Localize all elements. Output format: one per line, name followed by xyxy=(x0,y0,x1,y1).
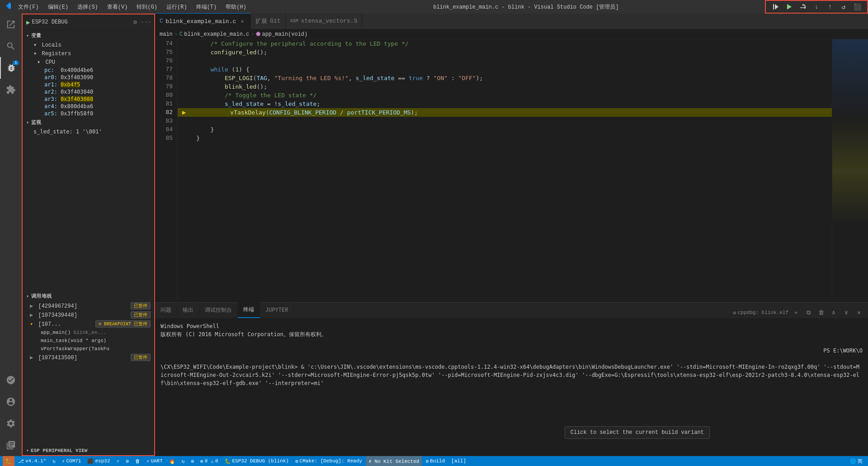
debug-step-into-btn[interactable]: ↓ xyxy=(810,1,823,12)
menu-file[interactable]: 文件(F) xyxy=(15,2,42,12)
activity-settings-bottom[interactable] xyxy=(0,391,22,413)
terminal-content: Windows PowerShell 版权所有 (C) 2016 Microso… xyxy=(155,319,868,456)
cpu-item[interactable]: ▾ CPU xyxy=(23,58,154,67)
variables-header[interactable]: ▾ 变量 xyxy=(23,30,154,41)
status-all[interactable]: [all] xyxy=(448,456,469,466)
debug-continue-btn[interactable] xyxy=(769,1,782,12)
stack-item-2[interactable]: ▾ [107... ⊙ BREAKPOINT 已暂停 xyxy=(23,319,154,328)
panel-split-btn[interactable]: ⧉ xyxy=(803,307,814,318)
esp-peripheral-header[interactable]: ▾ ESP PERIPHERAL VIEW xyxy=(23,446,154,455)
status-cmake[interactable]: ⚙ CMake: [Debug]: Ready xyxy=(292,456,365,466)
stack-item-1[interactable]: ▶ [1073439448] 已暂停 xyxy=(23,310,154,319)
stack-fn-vport[interactable]: vPortTaskWrapper(TaskFu xyxy=(23,345,154,353)
debug-step-out-btn[interactable]: ↑ xyxy=(824,1,836,12)
breadcrumb-file[interactable]: Cblink_example_main.c xyxy=(179,31,249,38)
variables-label: 变量 xyxy=(31,32,42,39)
menu-view[interactable]: 查看(V) xyxy=(104,2,131,12)
sidebar-panel: ▶ ESP32 DEBUG ⚙ ··· ▾ 变量 ▾ Locals ▾ Regi… xyxy=(22,14,155,456)
menu-goto[interactable]: 转到(G) xyxy=(134,2,160,12)
status-delete[interactable]: 🗑 xyxy=(132,456,143,466)
stack-fn-maintask[interactable]: main_task(void * args) xyxy=(23,337,154,345)
status-build[interactable]: ⚙ Build xyxy=(423,456,448,466)
line-75: 75 xyxy=(155,48,173,57)
watch-header[interactable]: ▾ 监视 xyxy=(23,117,154,128)
esp-chevron: ▾ xyxy=(26,448,29,453)
activity-explorer[interactable] xyxy=(0,14,22,35)
stack-fn-appmain[interactable]: app_main() blink_ex... xyxy=(23,328,154,337)
panel-chevron-down[interactable]: ∨ xyxy=(841,307,852,318)
line-84: 84 xyxy=(155,125,173,134)
reg-ar5-name: ar5: xyxy=(44,110,61,117)
panel-tab-jupyter[interactable]: JUPYTER xyxy=(260,302,294,318)
debug-config-icon[interactable]: ⚙ xyxy=(131,18,140,27)
sidebar-more-icon[interactable]: ··· xyxy=(142,18,151,27)
tab-label-xtensa: xtensa_vectors.S xyxy=(301,18,358,24)
tab-git[interactable]: 扩展 扩展 Git Git xyxy=(251,13,285,29)
call-stack-label: 调用堆栈 xyxy=(31,293,52,300)
status-errors[interactable]: ⊗ 0 ⚠ 0 xyxy=(198,456,221,466)
menu-help[interactable]: 帮助(H) xyxy=(223,2,249,12)
status-no-kit[interactable]: ✗ No Kit Selected xyxy=(366,456,422,466)
tab-close-blink[interactable]: ✕ xyxy=(239,18,246,25)
settings-icon: ⚙ xyxy=(126,458,129,464)
panel-tab-debug-console[interactable]: 调试控制台 xyxy=(199,302,238,318)
breadcrumb-function[interactable]: ⬟app_main(void) xyxy=(256,31,307,38)
activity-esp[interactable] xyxy=(0,369,22,391)
debug-toolbar: ↓ ↑ ↺ ⬛ xyxy=(765,0,868,14)
panel-tab-output[interactable]: 输出 xyxy=(177,302,199,318)
status-esp32[interactable]: ⬛ esp32 xyxy=(85,456,113,466)
activity-debug[interactable]: 1 xyxy=(0,57,22,79)
debug-badge: 1 xyxy=(13,61,19,65)
activity-account[interactable] xyxy=(0,413,22,434)
tab-xtensa[interactable]: ASM xtensa_vectors.S xyxy=(286,13,363,29)
esp32-text: esp32 xyxy=(95,458,110,464)
panel-area: 问题 输出 调试控制台 终端 JUPYTER xyxy=(155,302,868,456)
status-uart[interactable]: ⚡ UART xyxy=(144,456,165,466)
panel-tab-problems[interactable]: 问题 xyxy=(155,302,177,318)
panel-trash-btn[interactable]: 🗑 xyxy=(816,307,826,318)
panel-chevron-up[interactable]: ∧ xyxy=(828,307,839,318)
panel-add-btn[interactable]: ＋ xyxy=(790,307,801,318)
activity-esp2[interactable] xyxy=(0,434,22,456)
activity-extensions[interactable] xyxy=(0,79,22,100)
reg-ar2: ar2: 0x3f403040 xyxy=(23,88,154,95)
status-settings[interactable]: ⚙ xyxy=(123,456,132,466)
panel-tab-terminal[interactable]: 终端 xyxy=(238,302,260,318)
stack-item-3[interactable]: ▶ [1073413500] 已暂停 xyxy=(23,353,154,362)
breadcrumb-main[interactable]: main xyxy=(160,31,173,38)
debug-restart-btn[interactable]: ↺ xyxy=(837,1,850,12)
status-flash[interactable]: ⚡ xyxy=(114,456,123,466)
debug-title-text: ESP32 DEBUG xyxy=(32,19,67,25)
terminal-ps-right: PS E:\WORK\O xyxy=(823,347,863,355)
menu-select[interactable]: 选择(S) xyxy=(75,2,101,12)
locals-label: Locals xyxy=(42,42,61,48)
status-lang[interactable]: 🌐 简 xyxy=(847,456,865,466)
cpu-label: CPU xyxy=(45,59,55,66)
call-stack-header[interactable]: ▾ 调用堆栈 xyxy=(23,291,154,301)
status-build-icon[interactable]: 🔥 xyxy=(166,456,178,466)
panel-close-btn[interactable]: ✕ xyxy=(854,307,864,318)
status-refresh[interactable]: ↻ xyxy=(179,456,188,466)
status-debug-mode[interactable]: 🐛 xyxy=(3,456,14,466)
stack-badge-0: 已暂停 xyxy=(131,302,151,309)
stack-item-0[interactable]: ▶ [4294967294] 已暂停 xyxy=(23,301,154,310)
status-esp-debug[interactable]: 🐛 ESP32 DEBUG (blink) xyxy=(222,456,292,466)
lang-text: 简 xyxy=(858,458,863,465)
status-git-branch[interactable]: ⎇ v4.4.1* xyxy=(15,456,49,466)
status-sync[interactable]: ↻ xyxy=(50,456,58,466)
activity-search[interactable] xyxy=(0,35,22,57)
menu-run[interactable]: 运行(R) xyxy=(164,2,190,12)
debug-step-over-btn[interactable] xyxy=(797,1,809,12)
locals-item[interactable]: ▾ Locals xyxy=(23,41,154,49)
status-port[interactable]: ⚡ COM71 xyxy=(59,456,84,466)
tab-blink-main[interactable]: C blink_example_main.c ✕ xyxy=(155,13,251,29)
debug-stop-btn[interactable]: ⬛ xyxy=(851,1,863,12)
menu-terminal[interactable]: 终端(T) xyxy=(193,2,220,12)
status-misc-icon[interactable]: ⚙ xyxy=(188,456,197,466)
misc-icon: ⚙ xyxy=(191,458,194,464)
debug-play-btn[interactable] xyxy=(783,1,796,12)
menu-edit[interactable]: 编辑(E) xyxy=(45,2,71,12)
code-line-85: } xyxy=(178,134,832,143)
registers-item[interactable]: ▾ Registers xyxy=(23,49,154,58)
reg-ar3: ar3: 0x3f403088 xyxy=(23,95,154,103)
